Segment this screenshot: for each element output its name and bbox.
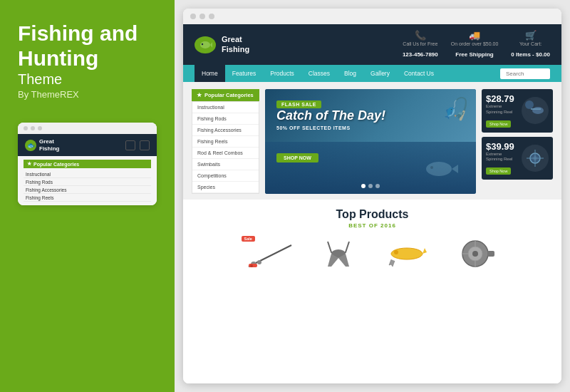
hero-subtitle: 50% OFF SELECTED ITEMS (276, 125, 385, 130)
cat-item-fishing-rods[interactable]: Fishing Rods (192, 113, 259, 125)
shipping-value: Free Shipping (455, 51, 493, 58)
hero-dot-3[interactable] (375, 184, 380, 188)
mini-logo-text: GreatFishing (39, 138, 59, 152)
svg-point-22 (394, 250, 398, 254)
cart-icon: 🛒 (511, 30, 550, 41)
product-2-price: $39.99 (486, 141, 518, 152)
categories-list: Instructional Fishing Rods Fishing Acces… (192, 101, 259, 194)
product-grid-img-4 (448, 236, 502, 272)
svg-point-2 (202, 43, 203, 44)
browser-dot-1 (190, 14, 196, 19)
mini-logo: 🐟 GreatFishing (25, 138, 59, 152)
browser-dot-3 (209, 14, 214, 19)
top-products-title: Top Products (195, 208, 550, 221)
mini-cat-item: Fishing Accessories (24, 186, 151, 194)
browser-dot-2 (200, 14, 205, 19)
svg-point-5 (430, 166, 433, 169)
product-card-2-info: $39.99 Extreme Spinning Reel Shop Now (486, 141, 518, 176)
content-top: ★ Popular Categories Instructional Fishi… (183, 82, 561, 200)
left-panel: Fishing and Hunting Theme By ThemeREX 🐟 … (0, 0, 175, 392)
person-fishing-icon: 🎣 (442, 96, 469, 121)
product-1-name: Extreme Spinning Reel (486, 104, 518, 115)
hero-dots (361, 184, 380, 188)
svg-point-19 (250, 264, 253, 267)
shipping-info: 🚚 On order over $50.00 Free Shipping (451, 30, 499, 59)
hero-dot-1[interactable] (361, 184, 366, 188)
mini-cat-item: Instructional (24, 170, 151, 178)
mini-icons (125, 140, 150, 150)
cart-info: 🛒 Your Cart: 0 Items - $0.00 (511, 30, 550, 59)
mini-titlebar (18, 123, 157, 134)
flash-sale-badge: FLASH SALE (276, 100, 321, 108)
site-nav: Home Features Products Classes Blog Gall… (183, 65, 561, 82)
hero-cta-button[interactable]: SHOP NOW (276, 153, 318, 163)
cat-item-reels[interactable]: Fishing Reels (192, 136, 259, 148)
theme-by: By ThemeREX (18, 89, 157, 100)
theme-subtitle: Theme (18, 71, 157, 88)
svg-point-3 (426, 162, 452, 176)
product-2-shop-btn[interactable]: Shop Now (486, 167, 511, 175)
svg-rect-18 (249, 264, 257, 267)
cat-item-combos[interactable]: Rod & Reel Combos (192, 148, 259, 159)
cat-item-species[interactable]: Species (192, 182, 259, 193)
mini-cat-item: Fishing Rods (24, 178, 151, 186)
cat-item-swimbaits[interactable]: Swimbaits (192, 159, 259, 170)
site-logo: GreatFishing (195, 35, 249, 53)
nav-item-blog[interactable]: Blog (337, 65, 363, 82)
product-grid-item-4 (447, 236, 504, 275)
hero-dot-2[interactable] (368, 184, 373, 188)
product-card-1-info: $28.79 Extreme Spinning Reel Shop Now (486, 93, 518, 128)
product-2-name: Extreme Spinning Reel (486, 152, 518, 163)
cart-label: Your Cart: (511, 41, 550, 46)
cat-item-instructional[interactable]: Instructional (192, 102, 259, 113)
nav-item-contact[interactable]: Contact Us (397, 65, 441, 82)
cat-item-competitions[interactable]: Competitions (192, 170, 259, 182)
nav-search-input[interactable] (500, 68, 550, 79)
svg-point-0 (200, 41, 210, 48)
phone-info: 📞 Call Us for Free 123-456-7890 (403, 30, 438, 59)
nav-item-gallery[interactable]: Gallery (363, 65, 397, 82)
nav-item-features[interactable]: Features (225, 65, 264, 82)
nav-item-products[interactable]: Products (263, 65, 301, 82)
phone-icon: 📞 (403, 30, 438, 41)
fish-logo-icon (195, 36, 216, 53)
products-grid: Sale (195, 236, 550, 275)
mini-dot-2 (31, 126, 35, 130)
svg-marker-1 (210, 42, 212, 48)
bottom-section: Top Products BEST OF 2016 Sale (183, 200, 561, 383)
categories-header: ★ Popular Categories (192, 89, 259, 101)
mini-fish-icon: 🐟 (25, 140, 36, 151)
hero-text: Catch of The Day! 50% OFF SELECTED ITEMS (276, 109, 385, 130)
mini-dot-3 (38, 126, 42, 130)
site-logo-text: GreatFishing (222, 35, 249, 53)
nav-item-home[interactable]: Home (195, 65, 225, 82)
cat-item-accessories[interactable]: Fishing Accessories (192, 125, 259, 136)
site-content: ★ Popular Categories Instructional Fishi… (183, 82, 561, 383)
phone-value: 123-456-7890 (403, 51, 438, 58)
phone-label: Call Us for Free (403, 41, 438, 46)
product-grid-img-3 (380, 236, 433, 272)
mini-preview: 🐟 GreatFishing ★Popular Categories Instr… (18, 123, 157, 205)
product-grid-item-1: Sale (242, 236, 299, 275)
svg-rect-26 (487, 251, 494, 257)
product-grid-item-3 (378, 236, 435, 275)
svg-point-8 (525, 100, 534, 109)
mini-icon-2 (140, 140, 150, 150)
categories-sidebar: ★ Popular Categories Instructional Fishi… (192, 89, 259, 194)
product-2-image (522, 145, 549, 172)
mini-header: 🐟 GreatFishing (18, 134, 157, 156)
product-grid-img-2 (311, 236, 365, 272)
theme-title: Fishing and Hunting (18, 21, 157, 71)
product-card-2: $39.99 Extreme Spinning Reel Shop Now (482, 137, 553, 180)
sale-badge-1: Sale (242, 236, 255, 242)
browser-window: GreatFishing 📞 Call Us for Free 123-456-… (183, 9, 561, 383)
product-grid-item-2 (310, 236, 367, 275)
svg-marker-4 (452, 165, 458, 173)
hero-banner: 🎣 FLASH SALE Catch of The Day! 50% OFF S… (265, 89, 476, 194)
mini-categories: ★Popular Categories Instructional Fishin… (18, 156, 157, 205)
mini-icon-1 (125, 140, 135, 150)
star-icon: ★ (197, 92, 202, 98)
nav-item-classes[interactable]: Classes (301, 65, 337, 82)
top-products-subtitle: BEST OF 2016 (195, 222, 550, 229)
product-1-shop-btn[interactable]: Shop Now (486, 120, 511, 128)
